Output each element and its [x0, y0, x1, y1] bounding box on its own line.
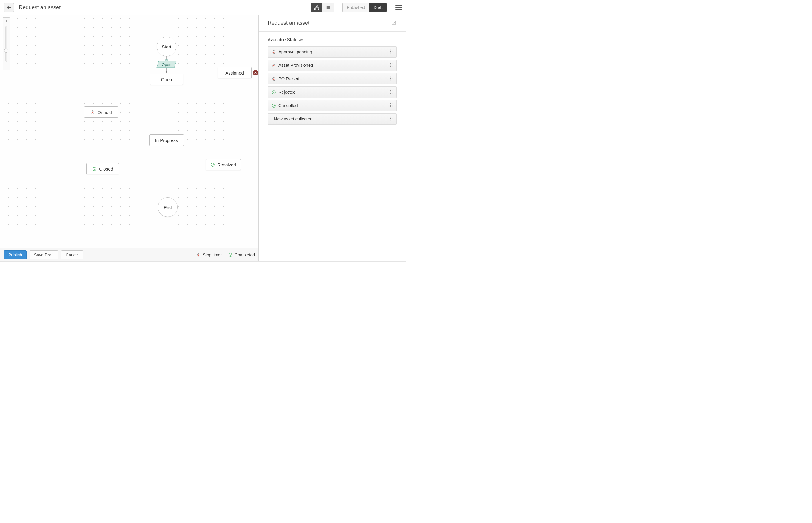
status-row[interactable]: New asset collected — [268, 113, 397, 125]
status-row[interactable]: PO Raised — [268, 73, 397, 84]
svg-point-30 — [390, 51, 391, 52]
node-open-transition-label: Open — [162, 62, 171, 67]
svg-point-41 — [392, 65, 393, 65]
node-onhold-label: Onhold — [97, 110, 111, 115]
stop-timer-icon — [272, 77, 276, 81]
svg-point-5 — [326, 7, 327, 8]
menu-button[interactable] — [395, 4, 402, 11]
node-open[interactable]: Open — [150, 74, 183, 85]
node-open-transition[interactable]: Open — [156, 61, 177, 68]
drag-handle-icon[interactable] — [390, 116, 393, 122]
legend-stop-timer: Stop timer — [196, 253, 222, 257]
canvas-footer: Publish Save Draft Cancel Stop timer — [0, 248, 258, 261]
publish-toggle: Published Draft — [342, 3, 387, 12]
status-label: Cancelled — [278, 103, 298, 108]
completed-icon — [272, 104, 276, 108]
svg-point-32 — [390, 53, 391, 53]
svg-point-3 — [326, 6, 327, 7]
svg-rect-4 — [327, 6, 330, 6]
svg-point-18 — [93, 167, 96, 170]
drag-handle-icon[interactable] — [390, 63, 393, 68]
svg-point-63 — [392, 103, 393, 104]
stop-timer-icon — [272, 50, 276, 54]
side-panel-title: Request an asset — [268, 20, 309, 26]
publish-toggle-published[interactable]: Published — [343, 3, 369, 12]
svg-rect-0 — [316, 5, 317, 6]
drag-handle-icon[interactable] — [390, 76, 393, 82]
edit-button[interactable] — [392, 20, 397, 26]
side-panel: Request an asset Available Statuses Appr… — [259, 15, 405, 261]
drag-handle-icon[interactable] — [390, 50, 393, 55]
svg-rect-6 — [327, 7, 330, 8]
zoom-slider[interactable] — [5, 26, 7, 62]
node-start[interactable]: Start — [157, 37, 176, 56]
view-toggle-flow[interactable] — [311, 3, 322, 12]
svg-point-28 — [390, 50, 391, 50]
svg-point-52 — [390, 79, 391, 80]
svg-point-29 — [392, 50, 393, 50]
node-in-progress[interactable]: In Progress — [149, 134, 184, 146]
svg-point-73 — [392, 120, 393, 120]
close-icon — [254, 72, 257, 74]
cancel-button[interactable]: Cancel — [61, 251, 83, 259]
back-button[interactable] — [4, 3, 14, 12]
view-toggle-list[interactable] — [322, 3, 334, 12]
status-row[interactable]: Approval pending — [268, 46, 397, 57]
drag-handle-icon[interactable] — [390, 103, 393, 108]
zoom-out-button[interactable]: − — [3, 64, 10, 70]
status-label: Asset Provisioned — [278, 63, 313, 68]
svg-point-60 — [392, 93, 393, 93]
status-label: Approval pending — [278, 50, 312, 54]
node-closed-label: Closed — [99, 166, 113, 172]
svg-point-58 — [392, 91, 393, 92]
svg-point-17 — [211, 163, 214, 166]
svg-point-57 — [390, 91, 391, 92]
drag-handle-icon[interactable] — [390, 90, 393, 95]
save-draft-button[interactable]: Save Draft — [30, 251, 58, 259]
svg-point-42 — [390, 66, 391, 67]
svg-point-14 — [92, 112, 93, 113]
svg-point-61 — [272, 104, 275, 107]
svg-point-23 — [229, 253, 232, 256]
node-in-progress-label: In Progress — [155, 138, 178, 143]
svg-point-72 — [390, 120, 391, 120]
svg-point-70 — [390, 118, 391, 119]
svg-point-33 — [392, 53, 393, 53]
zoom-in-button[interactable]: + — [3, 18, 10, 24]
status-label: Rejected — [278, 90, 295, 94]
svg-point-69 — [392, 116, 393, 117]
svg-point-65 — [392, 105, 393, 105]
status-label: New asset collected — [274, 116, 312, 121]
remove-node-button[interactable] — [253, 70, 258, 75]
node-assigned-label: Assigned — [225, 70, 244, 75]
legend-stop-timer-label: Stop timer — [203, 253, 222, 257]
view-toggle — [311, 3, 334, 12]
svg-point-62 — [390, 103, 391, 104]
stop-timer-icon — [90, 110, 95, 114]
svg-point-40 — [390, 65, 391, 65]
workflow-canvas[interactable]: + − Start — [0, 15, 259, 261]
svg-point-38 — [390, 63, 391, 64]
top-bar: Request an asset — [0, 0, 405, 15]
zoom-thumb[interactable] — [4, 49, 8, 53]
svg-point-55 — [390, 90, 391, 90]
completed-icon — [210, 163, 215, 167]
node-end-label: End — [164, 205, 172, 210]
node-assigned[interactable]: Assigned — [218, 67, 252, 78]
status-row[interactable]: Asset Provisioned — [268, 60, 397, 71]
publish-toggle-draft[interactable]: Draft — [369, 3, 387, 12]
publish-button[interactable]: Publish — [4, 251, 27, 259]
status-row[interactable]: Cancelled — [268, 100, 397, 111]
node-closed[interactable]: Closed — [86, 163, 119, 175]
node-open-label: Open — [161, 77, 172, 82]
status-list: Approval pendingAsset ProvisionedPO Rais… — [268, 46, 397, 125]
node-end[interactable]: End — [158, 197, 177, 217]
node-onhold[interactable]: Onhold — [84, 106, 118, 118]
status-row[interactable]: Rejected — [268, 87, 397, 98]
svg-point-35 — [273, 65, 274, 66]
svg-point-71 — [392, 118, 393, 119]
node-resolved[interactable]: Resolved — [206, 159, 241, 170]
svg-point-43 — [392, 66, 393, 67]
connector-lines — [0, 15, 258, 261]
svg-point-64 — [390, 105, 391, 105]
